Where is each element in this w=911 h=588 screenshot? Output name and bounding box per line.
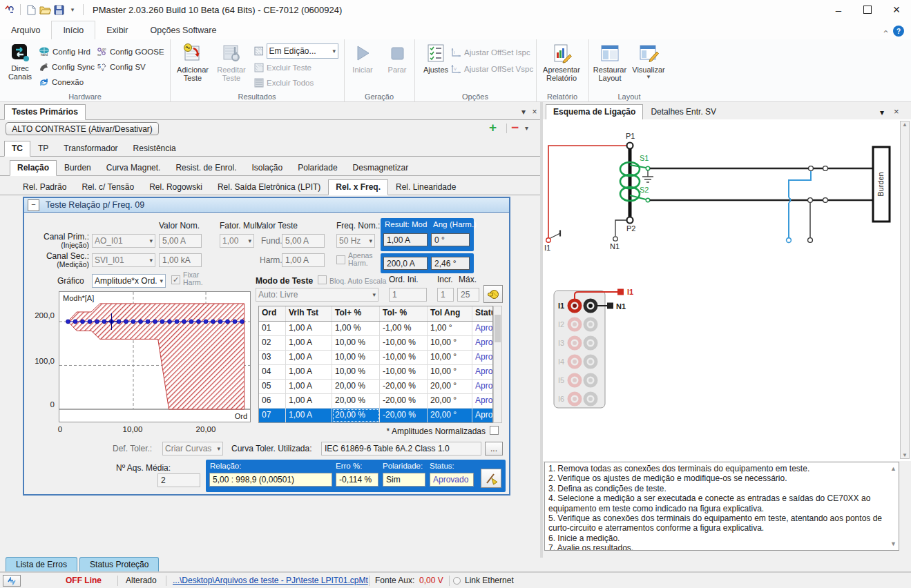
device-tab[interactable]: TC: [4, 141, 30, 157]
test-type-tab[interactable]: Resist. de Enrol.: [168, 160, 244, 176]
panel-menu-icon[interactable]: ▾: [518, 107, 529, 117]
save-button[interactable]: [52, 3, 66, 17]
test-type-tab[interactable]: Desmagnetizar: [345, 160, 416, 176]
config-goose-button[interactable]: goso Config GOOSE: [97, 45, 164, 59]
table-row[interactable]: 06 1,00 A 20,00 % -20,00 % 20,00 ° Aprov…: [259, 394, 492, 409]
excluir-teste-button[interactable]: Excluir Teste: [254, 61, 311, 75]
instructions-scroll-up-icon[interactable]: ▲: [890, 464, 896, 473]
scroll-down-icon[interactable]: ▼: [901, 452, 909, 458]
open-file-button[interactable]: [38, 3, 52, 17]
tolerance-chart[interactable]: Modh*[A] Ord: [59, 291, 251, 422]
table-row[interactable]: 05 1,00 A 20,00 % -20,00 % 20,00 ° Aprov…: [259, 380, 492, 394]
menu-tab[interactable]: Início: [51, 21, 95, 39]
ajustes-button[interactable]: Ajustes: [417, 43, 454, 74]
max-field[interactable]: 25: [457, 288, 479, 302]
fixar-harm-checkbox[interactable]: ✓: [171, 275, 180, 284]
menu-tab[interactable]: Arquivo: [0, 21, 51, 39]
valor-nom-prim-field[interactable]: 5,00 A: [159, 234, 202, 248]
relation-subtab[interactable]: Rel. Linearidade: [388, 179, 463, 195]
test-type-tab[interactable]: Burden: [57, 160, 99, 176]
bottom-tab[interactable]: Status Proteção: [79, 557, 159, 571]
ord-ini-field[interactable]: 1: [389, 288, 427, 302]
test-type-tab[interactable]: Isolação: [244, 160, 290, 176]
reeditar-teste-button[interactable]: Reeditar Teste: [213, 43, 250, 82]
alto-contraste-button[interactable]: ALTO CONTRASTE (Ativar/Desativar): [6, 122, 159, 135]
collapse-ribbon-icon[interactable]: ›: [879, 30, 890, 32]
relation-subtab[interactable]: Rel. c/ Tensão: [74, 179, 142, 195]
add-test-plus-button[interactable]: +: [489, 120, 497, 135]
menu-tab[interactable]: Opções Software: [140, 21, 228, 39]
close-button[interactable]: ×: [882, 0, 911, 19]
relation-subtab[interactable]: Rel. x Freq.: [328, 179, 388, 195]
fund-field[interactable]: 5,00 A: [282, 234, 325, 248]
bloq-auto-escala-checkbox[interactable]: [318, 275, 327, 284]
direc-canais-button[interactable]: Direc Canais: [1, 43, 39, 81]
qat-customize-icon[interactable]: ▾: [66, 3, 79, 17]
iniciar-button[interactable]: Iniciar: [344, 43, 381, 74]
canal-sec-combo[interactable]: SVI_I01▾: [92, 253, 155, 267]
maximize-button[interactable]: [853, 0, 882, 19]
diagram-scrollbar[interactable]: ▲ ▼: [900, 121, 910, 459]
fator-mult-combo[interactable]: 1,00▾: [220, 234, 254, 248]
reconnect-button[interactable]: [3, 575, 21, 587]
test-type-tab[interactable]: Relação: [10, 160, 57, 176]
right-panel-close-icon[interactable]: ×: [894, 106, 899, 117]
incr-field[interactable]: 1: [437, 288, 454, 302]
device-tab[interactable]: Resistência: [126, 141, 184, 157]
curva-toler-browse-button[interactable]: ...: [485, 442, 503, 455]
device-tab[interactable]: Transformador: [56, 141, 125, 157]
collapse-button[interactable]: −: [28, 199, 39, 211]
table-row[interactable]: 07 1,00 A 20,00 % -20,00 % 20,00 ° Aprov…: [259, 409, 492, 423]
manual-point-button[interactable]: [483, 285, 503, 303]
instructions-scroll-down-icon[interactable]: ▼: [890, 539, 896, 549]
freq-nom-combo[interactable]: 50 Hz▾: [336, 234, 375, 248]
excluir-todos-button[interactable]: Excluir Todos: [254, 76, 314, 90]
canal-prim-combo[interactable]: AO_I01▾: [92, 234, 155, 248]
def-toler-combo[interactable]: Criar Curvas▾: [162, 442, 223, 455]
harm-field[interactable]: 1,00 A: [282, 253, 325, 267]
ajustar-offset-ispc-button[interactable]: I Ajustar OffSet Ispc: [450, 46, 530, 59]
modo-teste-combo[interactable]: Auto: Livre▾: [256, 288, 378, 302]
table-row[interactable]: 02 1,00 A 10,00 % -10,00 % 10,00 ° Aprov…: [259, 336, 492, 351]
minimize-button[interactable]: –: [824, 0, 853, 19]
right-panel-tab[interactable]: Esquema de Ligação: [546, 104, 643, 120]
test-type-tab[interactable]: Curva Magnet.: [99, 160, 169, 176]
panel-close-icon[interactable]: ×: [529, 107, 540, 117]
remove-test-minus-button[interactable]: −: [511, 120, 519, 135]
right-panel-tab[interactable]: Detalhes Entr. SV: [643, 104, 724, 120]
table-row[interactable]: 04 1,00 A 10,00 % -10,00 % 10,00 ° Aprov…: [259, 365, 492, 380]
bottom-tab[interactable]: Lista de Erros: [6, 557, 77, 571]
test-type-tab[interactable]: Polaridade: [290, 160, 345, 176]
curva-toler-field[interactable]: IEC 61869-6 Table 6A.2 Class 1.0: [321, 442, 481, 455]
table-row[interactable]: 03 1,00 A 10,00 % -10,00 % 10,00 ° Aprov…: [259, 351, 492, 365]
menu-tab[interactable]: Exibir: [95, 21, 139, 39]
scroll-up-icon[interactable]: ▲: [901, 121, 909, 128]
aqs-media-field[interactable]: 2: [157, 473, 200, 487]
relation-subtab[interactable]: Rel. Padrão: [15, 179, 74, 195]
file-path-link[interactable]: ...\Desktop\Arquivos de teste - PJr\test…: [173, 576, 368, 585]
scrollbar-thumb[interactable]: [495, 315, 501, 342]
apresentar-relatorio-button[interactable]: Apresentar Relatório: [543, 43, 580, 82]
valor-nom-sec-field[interactable]: 1,00 kA: [159, 253, 202, 267]
visualizar-button[interactable]: Visualizar ▼: [630, 43, 667, 80]
amplitudes-normalizadas-checkbox[interactable]: [490, 426, 499, 435]
new-file-button[interactable]: [24, 3, 38, 17]
table-row[interactable]: 01 1,00 A 1,00 % -1,00 % 1,00 ° Aprovado: [259, 322, 492, 336]
ajustar-offset-vspc-button[interactable]: V Ajustar OffSet Vspc: [450, 62, 533, 76]
conexao-button[interactable]: Conexão: [39, 75, 84, 89]
config-sv-button[interactable]: 5v Config SV: [97, 60, 146, 74]
relation-subtab[interactable]: Rel. Rogowski: [142, 179, 210, 195]
config-hrd-button[interactable]: hard Config Hrd: [39, 45, 90, 59]
apenas-harm-checkbox[interactable]: [336, 255, 345, 264]
relation-subtab[interactable]: Rel. Saída Eletrônica (LPIT): [210, 179, 328, 195]
grafico-combo[interactable]: Amplitude*x Ord.▾: [92, 274, 166, 288]
tab-testes-primarios[interactable]: Testes Primários: [4, 104, 86, 120]
test-state-combo[interactable]: Em Edição...▾: [267, 43, 338, 59]
restaurar-layout-button[interactable]: Restaurar Layout: [591, 43, 629, 82]
device-tab[interactable]: TP: [30, 141, 56, 157]
clear-results-button[interactable]: [481, 469, 501, 488]
test-list-dropdown-icon[interactable]: ▾: [525, 124, 528, 132]
help-button[interactable]: ?: [893, 26, 904, 37]
table-scrollbar[interactable]: [493, 306, 502, 423]
right-panel-menu-icon[interactable]: ▾: [880, 108, 884, 117]
